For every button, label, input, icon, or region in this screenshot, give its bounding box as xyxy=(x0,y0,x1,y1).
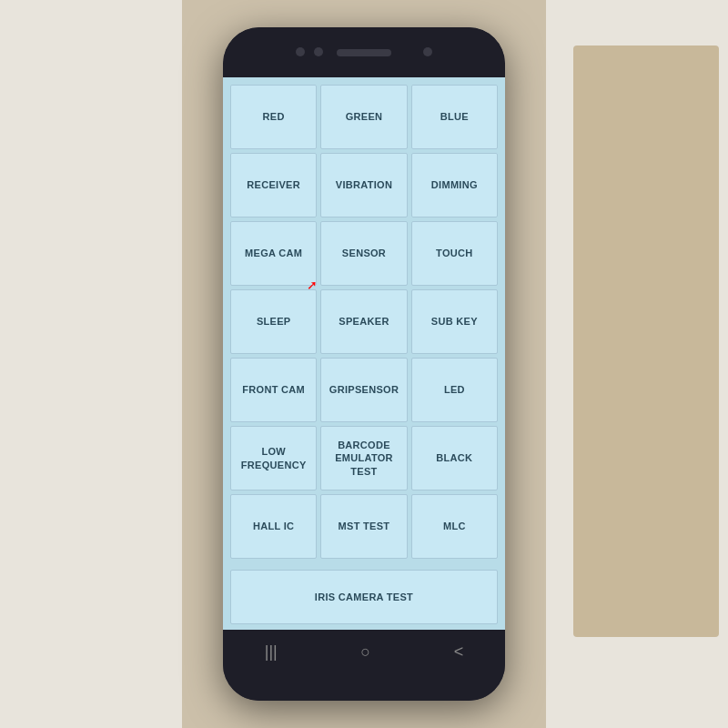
front-cam-button[interactable]: FRONT CAM xyxy=(230,358,317,422)
vibration-button[interactable]: VIBRATION xyxy=(320,153,407,217)
nav-bar: ||| ○ < xyxy=(223,630,505,673)
bottom-bezel xyxy=(223,673,505,701)
camera-dot-right xyxy=(423,47,432,56)
red-button[interactable]: RED xyxy=(230,85,317,149)
mlc-button[interactable]: MLC xyxy=(411,494,498,559)
speaker-grille xyxy=(337,49,391,56)
led-button[interactable]: LED xyxy=(411,358,498,422)
gripsensor-button[interactable]: GRIPSENSOR xyxy=(320,358,407,422)
test-grid: RED GREEN BLUE RECEIVER VIBRATION DIMMIN… xyxy=(223,77,505,566)
iris-camera-test-button[interactable]: IRIS CAMERA TEST xyxy=(230,570,498,624)
last-row: IRIS CAMERA TEST xyxy=(223,566,505,630)
black-button[interactable]: BLACK xyxy=(411,426,498,490)
home-icon[interactable]: ○ xyxy=(360,642,370,662)
barcode-emulator-test-button[interactable]: BARCODE EMULATOR TEST xyxy=(320,426,407,490)
sleep-button[interactable]: SLEEP xyxy=(230,289,317,354)
sensor-button[interactable]: SENSOR xyxy=(320,221,407,286)
low-frequency-button[interactable]: LOW FREQUENCY xyxy=(230,426,317,490)
foam-right xyxy=(546,0,728,728)
blue-button[interactable]: BLUE xyxy=(411,85,498,149)
mst-test-button[interactable]: MST TEST xyxy=(320,494,407,559)
back-icon[interactable]: < xyxy=(454,642,464,662)
foam-left xyxy=(0,0,182,728)
front-camera-dot xyxy=(296,47,305,56)
top-bezel xyxy=(223,27,505,77)
touch-button[interactable]: TOUCH xyxy=(411,221,498,286)
phone-screen: RED GREEN BLUE RECEIVER VIBRATION DIMMIN… xyxy=(223,77,505,630)
book-spine xyxy=(573,46,719,637)
hall-ic-button[interactable]: HALL IC xyxy=(230,494,317,559)
phone: RED GREEN BLUE RECEIVER VIBRATION DIMMIN… xyxy=(223,27,505,701)
scene: RED GREEN BLUE RECEIVER VIBRATION DIMMIN… xyxy=(0,0,728,728)
speaker-button[interactable]: SPEAKER xyxy=(320,289,407,354)
recent-apps-icon[interactable]: ||| xyxy=(265,642,278,662)
green-button[interactable]: GREEN xyxy=(320,85,407,149)
receiver-button[interactable]: RECEIVER xyxy=(230,153,317,217)
mega-cam-button[interactable]: MEGA CAM ➚ xyxy=(230,221,317,286)
sub-key-button[interactable]: SUB KEY xyxy=(411,289,498,354)
sensor-dot xyxy=(314,47,323,56)
dimming-button[interactable]: DIMMING xyxy=(411,153,498,217)
